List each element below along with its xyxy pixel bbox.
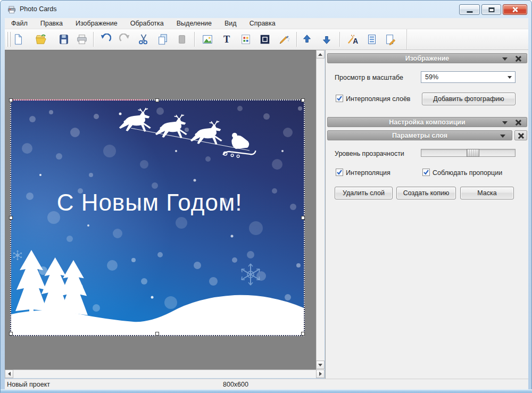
brush-icon	[278, 34, 290, 45]
arrow-up-icon	[301, 34, 313, 45]
greeting-card-canvas[interactable]: С Новым Годом!	[11, 101, 304, 335]
mask-button[interactable]: Маска	[460, 187, 514, 199]
interpolation-checkbox[interactable]	[336, 169, 343, 176]
santa-sleigh-reindeer	[119, 108, 256, 157]
svg-text:T: T	[223, 34, 230, 45]
opacity-slider-handle[interactable]	[467, 149, 479, 157]
layer-panel-close-box[interactable]	[514, 130, 527, 140]
paste-button[interactable]	[175, 32, 189, 46]
toolbar-separator	[194, 32, 195, 47]
striped-document-icon	[366, 34, 378, 45]
add-image-button[interactable]	[201, 32, 214, 46]
new-document-icon	[12, 34, 24, 45]
copy-icon	[157, 34, 169, 45]
scroll-down-button[interactable]	[316, 361, 325, 369]
image-panel-title: Изображение	[405, 55, 450, 62]
check-icon	[423, 169, 429, 175]
delete-layer-button[interactable]: Удалить слой	[335, 187, 393, 199]
composition-panel-header[interactable]: Настройка композиции	[327, 117, 527, 127]
cut-icon	[138, 34, 149, 45]
cut-button[interactable]	[137, 32, 151, 46]
fir-trees	[15, 250, 88, 321]
scroll-left-button[interactable]	[5, 370, 13, 378]
selection-handle-n[interactable]	[155, 98, 159, 102]
card-artwork	[11, 101, 304, 335]
maximize-button[interactable]	[481, 4, 501, 15]
canvas-workspace[interactable]: С Новым Годом!	[5, 50, 316, 370]
menu-file[interactable]: Файл	[5, 18, 34, 29]
toolbar-grip[interactable]	[9, 32, 11, 47]
toolbar-grip[interactable]	[6, 32, 8, 47]
print-icon	[76, 34, 88, 45]
add-frame-button[interactable]	[258, 32, 272, 46]
collapse-icon[interactable]	[502, 121, 508, 124]
toolbar-separator	[296, 32, 297, 47]
edit-document-icon	[385, 34, 396, 45]
print-button[interactable]	[75, 32, 89, 46]
menu-bar: Файл Правка Изображение Обработка Выделе…	[5, 18, 528, 29]
toolbar: T A	[5, 29, 528, 50]
effects-button[interactable]	[277, 32, 291, 46]
collapse-icon[interactable]	[502, 57, 508, 61]
keep-proportions-checkbox[interactable]	[422, 169, 430, 176]
zoom-combobox[interactable]: 59%	[421, 71, 516, 83]
save-button[interactable]	[57, 32, 71, 46]
menu-view[interactable]: Вид	[218, 18, 243, 29]
undo-button[interactable]	[98, 32, 112, 46]
font-effects-button[interactable]: A	[346, 32, 360, 46]
scroll-up-button[interactable]	[316, 50, 325, 58]
zoom-value: 59%	[421, 73, 438, 81]
minimize-button[interactable]	[459, 4, 480, 15]
triangle-left-icon	[8, 372, 11, 376]
menu-edit[interactable]: Правка	[34, 18, 69, 29]
titlebar[interactable]: Photo Cards	[1, 1, 532, 18]
close-icon	[512, 6, 518, 13]
panel-close-icon[interactable]	[515, 119, 521, 126]
selection-handle-se[interactable]	[301, 332, 305, 336]
menu-help[interactable]: Справка	[243, 18, 282, 29]
selection-handle-nw[interactable]	[9, 98, 13, 102]
frame-icon	[259, 34, 271, 45]
collapse-icon[interactable]	[500, 135, 505, 138]
add-clipart-button[interactable]	[239, 32, 253, 46]
greeting-text[interactable]: С Новым Годом!	[11, 189, 288, 216]
selection-handle-w[interactable]	[9, 216, 13, 220]
redo-button[interactable]	[118, 32, 132, 46]
selection-border-top-accent	[11, 99, 148, 101]
triangle-down-icon	[318, 364, 322, 366]
toolbar-separator	[339, 32, 340, 47]
edit-document-button[interactable]	[384, 32, 397, 46]
add-image-icon	[202, 34, 213, 45]
add-photo-button[interactable]: Добавить фотографию	[422, 93, 516, 105]
app-icon	[7, 5, 16, 14]
menu-selection[interactable]: Выделение	[170, 18, 218, 29]
window-frame-bottom	[1, 389, 532, 393]
selection-handle-sw[interactable]	[9, 332, 13, 336]
horizontal-scrollbar[interactable]	[5, 370, 325, 378]
panel-close-icon[interactable]	[515, 55, 521, 62]
layer-panel-header[interactable]: Параметры слоя	[327, 130, 512, 140]
check-icon	[336, 95, 343, 102]
copy-button[interactable]	[156, 32, 170, 46]
add-text-button[interactable]: T	[220, 32, 234, 46]
paste-icon	[176, 34, 188, 45]
copy-layer-button[interactable]: Создать копию	[396, 187, 456, 199]
selection-handle-e[interactable]	[301, 216, 305, 220]
move-layer-down-button[interactable]	[320, 32, 334, 46]
open-file-button[interactable]	[34, 32, 48, 46]
close-button[interactable]	[503, 4, 527, 15]
interpolate-layers-checkbox[interactable]	[336, 95, 343, 102]
layers-document-button[interactable]	[365, 32, 379, 46]
snowflake-small	[13, 250, 21, 260]
selection-handle-ne[interactable]	[301, 98, 305, 102]
new-document-button[interactable]	[11, 32, 25, 46]
image-panel-header[interactable]: Изображение	[327, 53, 527, 63]
scroll-right-button[interactable]	[316, 370, 325, 378]
menu-processing[interactable]: Обработка	[124, 18, 170, 29]
vertical-scrollbar[interactable]	[316, 50, 325, 370]
selection-handle-s[interactable]	[155, 332, 159, 336]
move-layer-up-button[interactable]	[300, 32, 314, 46]
opacity-slider[interactable]	[421, 149, 516, 157]
menu-image[interactable]: Изображение	[69, 18, 124, 29]
toolbar-border	[406, 29, 407, 49]
